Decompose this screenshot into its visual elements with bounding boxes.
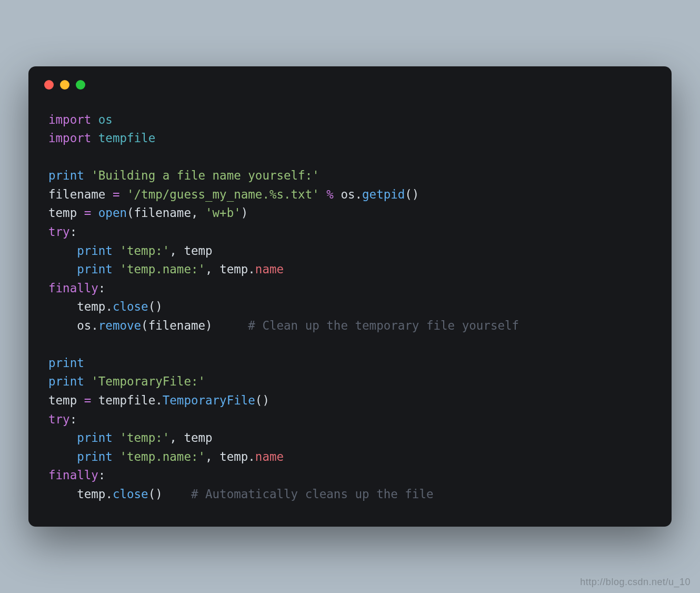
zoom-icon[interactable] bbox=[76, 80, 85, 90]
code-block: import os import tempfile print 'Buildin… bbox=[28, 95, 672, 527]
close-icon[interactable] bbox=[44, 80, 54, 90]
window-titlebar bbox=[28, 66, 672, 95]
minimize-icon[interactable] bbox=[60, 80, 69, 90]
watermark-text: http://blog.csdn.net/u_10 bbox=[580, 577, 691, 588]
code-window: import os import tempfile print 'Buildin… bbox=[28, 66, 672, 527]
